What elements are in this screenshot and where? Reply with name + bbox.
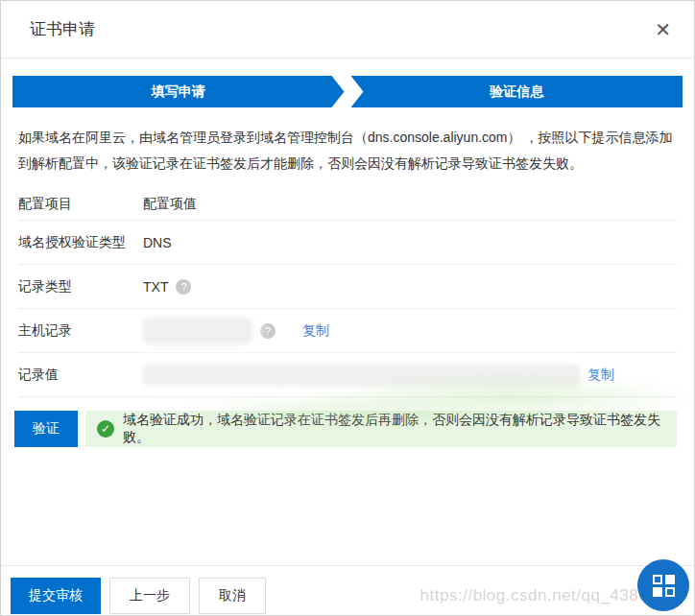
dialog-footer: 提交审核 上一步 取消 [1,565,694,615]
success-alert: ✓ 域名验证成功，域名验证记录在证书签发后再删除，否则会因没有解析记录导致证书签… [85,411,677,447]
redacted-record-value [143,365,580,386]
table-row: 记录值 复制 [18,353,677,397]
certificate-application-dialog: 证书申请 ✕ 填写申请 验证信息 如果域名在阿里云，由域名管理员登录到域名管理控… [0,0,695,616]
row-value-auth-type: DNS [143,235,172,250]
csdn-widget-button[interactable] [637,559,689,611]
wizard-steps: 填写申请 验证信息 [12,76,683,107]
help-icon[interactable]: ? [176,279,191,295]
close-icon[interactable]: ✕ [655,20,671,39]
copy-record-value-link[interactable]: 复制 [587,367,614,384]
instruction-text: 如果域名在阿里云，由域名管理员登录到域名管理控制台（dns.console.al… [18,125,677,177]
row-label-host-record: 主机记录 [18,322,143,340]
config-table: 配置项目 配置项值 域名授权验证类型 DNS 记录类型 TXT ? 主机记录 ?… [18,188,677,397]
table-row: 记录类型 TXT ? [18,265,677,309]
success-message: 域名验证成功，域名验证记录在证书签发后再删除，否则会因没有解析记录导致证书签发失… [123,412,665,446]
step-fill-application: 填写申请 [12,76,345,107]
column-header-config-item: 配置项目 [18,196,143,213]
help-icon[interactable]: ? [260,323,276,339]
previous-step-button[interactable]: 上一步 [109,578,190,614]
table-row: 域名授权验证类型 DNS [18,221,677,265]
verify-section: 验证 ✓ 域名验证成功，域名验证记录在证书签发后再删除，否则会因没有解析记录导致… [14,411,677,447]
row-label-record-type: 记录类型 [18,278,143,296]
copy-host-record-link[interactable]: 复制 [302,322,329,340]
step-verify-info: 验证信息 [351,76,683,107]
redacted-host-record [143,318,252,344]
content-spacer [1,447,694,565]
row-label-auth-type: 域名授权验证类型 [18,234,143,251]
grid-icon [653,575,675,597]
page-title: 证书申请 [30,18,95,40]
row-label-record-value: 记录值 [18,367,143,384]
table-row: 主机记录 ? 复制 [18,309,677,353]
verify-button[interactable]: 验证 [14,411,78,447]
submit-review-button[interactable]: 提交审核 [11,578,101,614]
check-circle-icon: ✓ [97,420,114,438]
cancel-button[interactable]: 取消 [199,578,266,614]
table-header-row: 配置项目 配置项值 [18,188,677,221]
column-header-config-value: 配置项值 [143,196,677,213]
dialog-titlebar: 证书申请 ✕ [1,1,694,59]
row-value-record-type: TXT [143,279,168,295]
